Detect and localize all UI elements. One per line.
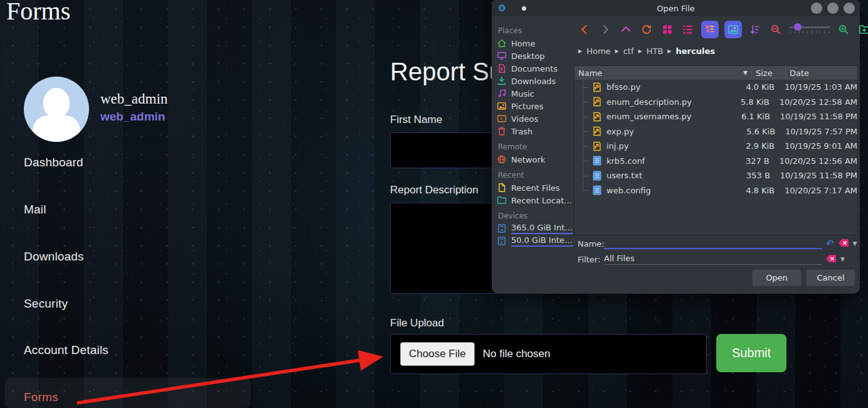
choose-file-button[interactable]: Choose File	[400, 342, 475, 366]
preview-icon[interactable]	[724, 21, 742, 38]
place-item-documents[interactable]: Documents	[497, 62, 573, 75]
clear-filter-icon[interactable]	[826, 255, 836, 264]
list-view-icon[interactable]	[680, 22, 696, 37]
recent-files-icon	[497, 183, 507, 193]
avatar-head	[43, 88, 70, 118]
file-row-bfsso.py[interactable]: bfsso.py 4.0 KiB 10/19/25 1:03 AM	[574, 80, 857, 95]
breadcrumb-arrow-icon: ▶	[615, 48, 619, 54]
place-item-recent-locations[interactable]: Recent Locations	[497, 194, 573, 207]
pictures-icon	[497, 101, 507, 111]
sidebar-item-mail[interactable]: Mail	[24, 203, 46, 217]
file-name: web.config	[606, 186, 741, 195]
zoom-slider[interactable]	[789, 26, 830, 33]
place-item-desktop[interactable]: Desktop	[497, 50, 573, 62]
back-icon[interactable]	[577, 22, 592, 37]
breadcrumb-arrow-icon: ▶	[578, 48, 582, 54]
place-item-recent-files[interactable]: Recent Files	[497, 181, 573, 194]
zoom-out-icon[interactable]	[768, 22, 783, 37]
filename-input[interactable]	[604, 238, 822, 249]
file-status-text: No file chosen	[483, 348, 551, 360]
sort-icon[interactable]	[748, 22, 763, 37]
breadcrumb-home[interactable]: Home	[586, 46, 610, 56]
file-row-exp.py[interactable]: exp.py 5.6 KiB 10/19/25 7:57 PM	[574, 124, 857, 139]
file-row-inj.py[interactable]: inj.py 2.9 KiB 10/19/25 9:01 AM	[574, 139, 857, 154]
file-size: 353 B	[738, 171, 775, 180]
refresh-icon[interactable]	[639, 22, 654, 37]
cancel-button[interactable]: Cancel	[806, 269, 855, 286]
form-heading: Report Su	[390, 58, 503, 86]
file-row-enum_usernames.py[interactable]: enum_usernames.py 6.1 KiB 10/19/25 11:58…	[574, 109, 857, 124]
file-name: users.txt	[606, 171, 738, 180]
tree-branch	[583, 183, 592, 198]
breadcrumb-ctf[interactable]: ctf	[623, 46, 634, 56]
clear-text-icon[interactable]	[839, 239, 849, 249]
column-header-name[interactable]: Name ▼	[574, 66, 752, 80]
place-item-downloads[interactable]: Downloads	[497, 75, 573, 87]
undo-icon[interactable]: ↶	[826, 238, 834, 249]
page-title: Forms	[6, 0, 70, 26]
text-file-icon	[592, 156, 602, 166]
file-row-enum_description.py[interactable]: enum_description.py 5.8 KiB 10/20/25 12:…	[574, 95, 857, 110]
file-size: 4.0 KiB	[741, 82, 780, 92]
breadcrumb-hercules[interactable]: hercules	[675, 46, 714, 56]
file-size: 4.8 KiB	[741, 186, 780, 195]
avatar	[24, 77, 89, 142]
python-file-icon	[592, 126, 602, 136]
text-file-icon	[592, 185, 602, 195]
breadcrumb-htb[interactable]: HTB	[647, 46, 664, 56]
submit-button[interactable]: Submit	[716, 334, 786, 372]
dialog-toolbar	[577, 19, 868, 40]
python-file-icon	[592, 112, 602, 122]
places-section-devices: Devices	[498, 212, 573, 220]
file-date: 10/19/25 1:03 AM	[780, 82, 857, 92]
python-file-icon	[592, 97, 602, 107]
zoom-slider-knob[interactable]	[794, 23, 802, 31]
file-size: 6.1 KiB	[738, 112, 775, 121]
file-row-krb5.conf[interactable]: krb5.conf 327 B 10/20/25 12:56 AM	[574, 154, 857, 169]
drive-icon	[497, 223, 507, 234]
filter-dropdown-icon[interactable]: ▼	[840, 256, 845, 262]
sidebar-item-forms[interactable]: Forms	[24, 390, 58, 404]
dialog-titlebar[interactable]: ⚙ Open File	[492, 0, 860, 16]
place-item-home[interactable]: Home	[497, 37, 573, 50]
dialog-title: Open File	[492, 4, 860, 13]
sidebar-item-downloads[interactable]: Downloads	[24, 250, 84, 264]
filter-select[interactable]: All Files	[604, 254, 822, 265]
sidebar-item-security[interactable]: Security	[24, 297, 68, 311]
place-item-network[interactable]: Network	[497, 153, 573, 166]
file-date: 10/20/25 12:56 AM	[775, 156, 857, 166]
icon-view-icon[interactable]	[660, 22, 675, 37]
column-header-date[interactable]: Date	[786, 66, 857, 80]
tree-branch	[583, 95, 592, 110]
place-item-pictures[interactable]: Pictures	[497, 100, 573, 112]
forward-icon[interactable]	[598, 22, 613, 37]
file-row-users.txt[interactable]: users.txt 353 B 10/19/25 11:58 PM	[574, 168, 857, 183]
detail-view-icon[interactable]	[701, 21, 719, 38]
open-file-dialog: ⚙ Open File ▶Home▶ctf▶HTB▶hercules Place…	[492, 0, 860, 294]
file-date: 10/19/25 9:01 AM	[780, 141, 857, 151]
new-folder-icon[interactable]	[857, 22, 868, 37]
column-header-size[interactable]: Size	[752, 66, 786, 80]
place-item-music[interactable]: Music	[497, 87, 573, 100]
zoom-in-icon[interactable]	[836, 22, 851, 37]
file-list: Name ▼ Size Date bfsso.py 4.0 KiB 10/19/…	[574, 65, 858, 235]
file-size: 5.8 KiB	[737, 97, 775, 107]
drive-icon	[497, 236, 507, 246]
place-item-videos[interactable]: Videos	[497, 112, 573, 125]
recent-locations-icon	[497, 195, 507, 205]
username-link[interactable]: web_admin	[100, 110, 165, 124]
sidebar-item-account-details[interactable]: Account Details	[24, 343, 109, 357]
sidebar-item-dashboard[interactable]: Dashboard	[24, 156, 83, 169]
place-item-trash[interactable]: Trash	[497, 125, 573, 137]
up-icon[interactable]	[618, 22, 633, 37]
tree-branch	[583, 109, 592, 124]
file-row-web.config[interactable]: web.config 4.8 KiB 10/20/25 7:17 AM	[574, 183, 857, 198]
places-section-places: Places	[498, 26, 573, 35]
open-button[interactable]: Open	[752, 269, 802, 286]
place-item-365-0-gib-intern-[interactable]: 365.0 GiB Intern...	[497, 222, 573, 235]
file-name: enum_description.py	[606, 97, 737, 107]
place-item-50-0-gib-interna-[interactable]: 50.0 GiB Interna...	[497, 235, 573, 247]
file-upload-field[interactable]: Choose File No file chosen	[390, 334, 707, 374]
name-dropdown-icon[interactable]: ▼	[853, 240, 857, 247]
report-description-label: Report Description	[390, 184, 479, 196]
